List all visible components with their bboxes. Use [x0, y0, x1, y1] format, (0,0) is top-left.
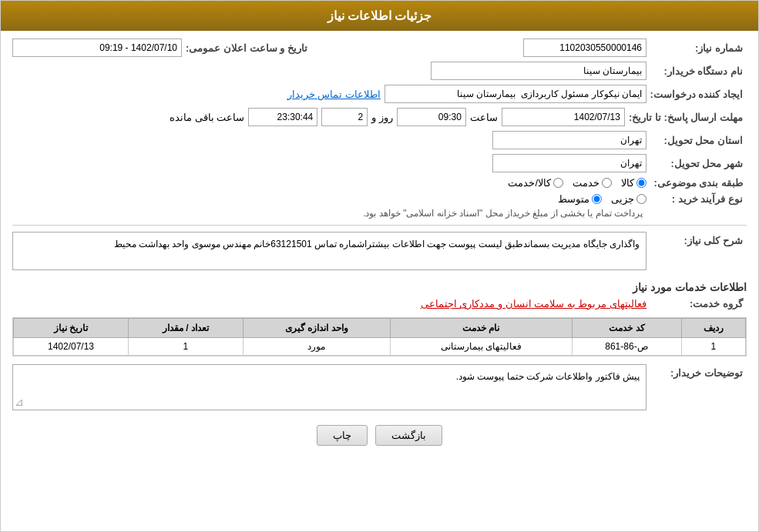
cell-tedad: 1: [129, 338, 243, 356]
col-tedad: تعداد / مقدار: [129, 319, 243, 338]
shomareNiaz-input[interactable]: [523, 38, 646, 57]
cell-tarikh: 1402/07/13: [14, 338, 129, 356]
mohlat-date-input[interactable]: [502, 108, 625, 126]
mohlat-time-input[interactable]: [397, 108, 466, 126]
noeFarayand-jozi[interactable]: جزیی: [611, 193, 646, 205]
grohKhadamat-label: گروه خدمت:: [646, 298, 747, 309]
khadamat-table: ردیف کد خدمت نام خدمت واحد اندازه گیری ت…: [12, 317, 747, 356]
sharhNiaz-label: شرح کلی نیاز:: [646, 232, 747, 246]
noeFarayand-motavaset[interactable]: متوسط: [558, 193, 602, 205]
shahr-label: شهر محل تحویل:: [646, 158, 747, 169]
tosif-content: پیش فاکتور واطلاعات شرکت حتما پیوست شود.…: [12, 364, 646, 410]
mohlat-days-input[interactable]: [321, 108, 368, 126]
namDastgah-input[interactable]: [431, 62, 646, 80]
sharhNiaz-content: واگذاری جایگاه مدیریت بسماندطبق لیست پیو…: [12, 232, 646, 270]
ejadKonande-label: ایجاد کننده درخواست:: [646, 89, 747, 100]
mohlat-label: مهلت ارسال پاسخ: تا تاریخ:: [629, 112, 747, 123]
grohKhadamat-value[interactable]: فعالیتهای مربوط به سلامت انسان و مددکاری…: [421, 298, 646, 309]
cell-namKhadamat: فعالیتهای بیمارستانی: [390, 338, 572, 356]
shahr-input[interactable]: [492, 154, 646, 172]
col-tarikh: تاریخ نیاز: [14, 319, 129, 338]
tarikh-label: تاریخ و ساعت اعلان عمومی:: [186, 42, 307, 54]
tosif-label: توضیحات خریدار:: [646, 364, 747, 379]
cell-vahed: مورد: [243, 338, 390, 356]
mohlat-remaining-label: ساعت باقی مانده: [170, 112, 244, 123]
mohlat-day-label: روز و: [371, 112, 393, 123]
namDastgah-label: نام دستگاه خریدار:: [646, 65, 747, 77]
khadamat-section-title: اطلاعات خدمات مورد نیاز: [12, 281, 747, 293]
cell-radif: 1: [681, 338, 745, 356]
page-header: جزئیات اطلاعات نیاز: [1, 1, 758, 31]
print-button[interactable]: چاپ: [317, 425, 368, 446]
col-vahed: واحد اندازه گیری: [243, 319, 390, 338]
table-row: 1 ص-86-861 فعالیتهای بیمارستانی مورد 1 1…: [14, 338, 746, 356]
ejtad-link[interactable]: اطلاعات تماس خریدار: [287, 89, 381, 100]
ostan-label: استان محل تحویل:: [646, 135, 747, 146]
tabaqe-label: طبقه بندی موضوعی:: [646, 177, 747, 189]
mohlat-remaining-input[interactable]: [248, 108, 317, 126]
tarikh-input[interactable]: [12, 38, 182, 57]
shomareNiaz-label: شماره نیاز:: [646, 42, 747, 54]
col-namKhadamat: نام خدمت: [390, 319, 572, 338]
col-kodKhadamat: کد خدمت: [573, 319, 682, 338]
resize-icon: ⊿: [15, 396, 24, 408]
cell-kodKhadamat: ص-86-861: [573, 338, 682, 356]
col-radif: ردیف: [681, 319, 745, 338]
tabaqe-khadamat[interactable]: خدمت: [573, 177, 612, 189]
mohlat-time-label: ساعت: [470, 112, 498, 123]
tabaqe-radio-group: کالا خدمت کالا/خدمت: [508, 177, 646, 189]
noeFarayand-radio-group: جزیی متوسط: [363, 193, 646, 205]
back-button[interactable]: بازگشت: [375, 425, 442, 446]
ostan-input[interactable]: [492, 131, 646, 149]
noeFarayand-label: نوع فرآیند خرید :: [646, 193, 747, 205]
tabaqe-kala-khadamat[interactable]: کالا/خدمت: [508, 177, 563, 189]
noeFarayand-note: پرداخت تمام یا بخشی از مبلغ خریداز محل "…: [363, 208, 643, 219]
tabaqe-kala[interactable]: کالا: [621, 177, 646, 189]
buttons-row: بازگشت چاپ: [12, 425, 747, 446]
ejadKonande-input[interactable]: [385, 85, 646, 103]
